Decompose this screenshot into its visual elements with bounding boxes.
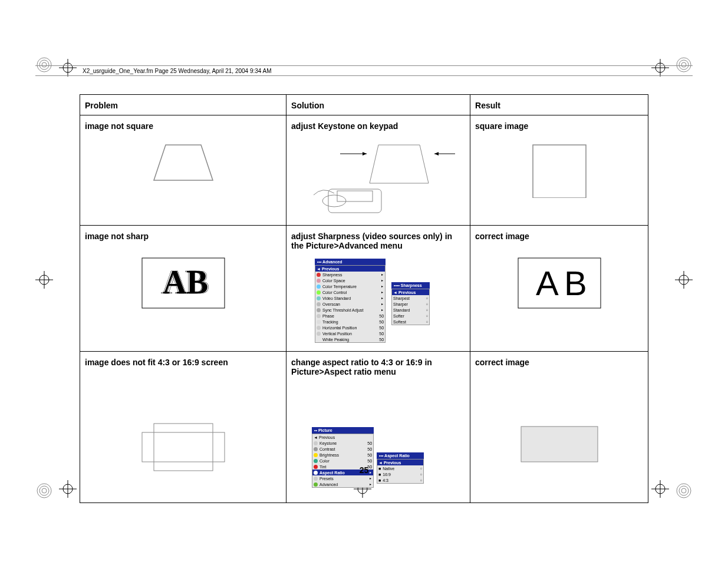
sharp-ab-icon: A B [475, 244, 643, 319]
picture-menu-illus: •• Picture ◄ Previous Keystone50Contrast… [291, 380, 465, 492]
menu-item: Tracking50 [315, 319, 385, 325]
cell-problem-0: image not square [80, 115, 286, 226]
menu-item: Keystone50 [312, 440, 373, 446]
reg-mark-br2 [651, 480, 669, 498]
menu-advanced-prev: ◄ Previous [315, 266, 385, 272]
square-icon [475, 134, 643, 203]
svg-point-19 [39, 486, 49, 495]
menu-item: Horizontal Position50 [315, 325, 385, 330]
cell-solution-1: adjust Sharpness (video sources only) in… [286, 226, 470, 352]
menu-aspect-prev: ◄ Previous [377, 459, 423, 465]
cell-problem-1: image not sharp A B A A B B [80, 226, 286, 352]
troubleshooting-table: Problem Solution Result image not square… [80, 94, 648, 503]
menu-item: Presets► [312, 475, 373, 481]
menu-aspect-title: ••• Aspect Ratio [377, 452, 424, 459]
svg-rect-53 [154, 424, 213, 471]
menu-picture-title: •• Picture [312, 427, 374, 434]
page: X2_usrguide_One_Year.fm Page 25 Wednesda… [0, 0, 728, 562]
solution-title-0: adjust Keystone on keypad [291, 121, 465, 131]
menu-item: Advanced► [312, 481, 373, 487]
reg-mark-br1 [675, 482, 693, 500]
menu-sharpness-title: •••• Sharpness [391, 282, 430, 289]
svg-rect-39 [328, 189, 381, 213]
solution-title-1: adjust Sharpness (video sources only) in… [291, 232, 465, 250]
result-title-0: square image [475, 121, 643, 131]
menu-picture-prev: ◄ Previous [312, 434, 373, 440]
th-problem: Problem [80, 95, 286, 115]
doc-header: X2_usrguide_One_Year.fm Page 25 Wednesda… [35, 65, 693, 76]
th-result: Result [470, 95, 648, 115]
menu-item: Color Temperature► [315, 283, 385, 289]
result-title-2: correct image [475, 358, 643, 367]
advanced-menu-illus: ••• Advanced ◄ Previous Sharpness►Color … [291, 254, 465, 348]
svg-rect-55 [521, 427, 598, 462]
menu-picture: •• Picture ◄ Previous Keystone50Contrast… [312, 427, 374, 488]
svg-rect-42 [533, 145, 586, 198]
reg-mark-r [675, 271, 693, 289]
correct-aspect-icon [475, 371, 643, 481]
cell-result-0: square image [470, 115, 648, 226]
menu-advanced-title: ••• Advanced [315, 259, 386, 265]
svg-point-40 [322, 195, 346, 207]
menu-item: White Peaking50 [315, 336, 385, 342]
menu-sharpness-prev: ◄ Previous [392, 289, 429, 295]
menu-item: Contrast50 [312, 446, 373, 452]
menu-item: Color Space► [315, 277, 385, 283]
menu-item: Sharper○ [392, 301, 429, 307]
trapezoid-icon [85, 134, 281, 191]
svg-marker-34 [370, 145, 429, 183]
problem-title-0: image not square [85, 121, 281, 131]
result-title-1: correct image [475, 232, 643, 241]
menu-advanced: ••• Advanced ◄ Previous Sharpness►Color … [315, 259, 386, 343]
menu-item: Softest○ [392, 319, 429, 325]
svg-text:B: B [564, 264, 587, 302]
projector-keystone-icon [291, 134, 465, 220]
menu-item: Standard○ [392, 307, 429, 313]
cell-problem-2: image does not fit 4:3 or 16:9 screen [80, 352, 286, 503]
svg-rect-50 [518, 258, 601, 308]
svg-rect-54 [142, 432, 225, 462]
menu-item: Sharpest○ [392, 295, 429, 301]
cell-solution-2: change aspect ratio to 4:3 or 16:9 in Pi… [286, 352, 470, 503]
blurry-ab-icon: A B A A B B [85, 244, 281, 319]
page-number: 25 [0, 465, 728, 475]
svg-text:B: B [188, 264, 210, 300]
reg-mark-l [35, 271, 53, 289]
problem-title-2: image does not fit 4:3 or 16:9 screen [85, 358, 281, 367]
menu-item: Sharpness► [315, 272, 385, 277]
svg-rect-41 [337, 191, 373, 201]
menu-item: Softer○ [392, 313, 429, 319]
cell-solution-0: adjust Keystone on keypad [286, 115, 470, 226]
menu-item: ■ 4:3○ [377, 477, 423, 483]
svg-point-20 [42, 488, 47, 493]
reg-mark-bl2 [59, 480, 77, 498]
cell-result-2: correct image [470, 352, 648, 503]
th-solution: Solution [286, 95, 470, 115]
menu-item: Color Control► [315, 289, 385, 295]
doc-header-text: X2_usrguide_One_Year.fm Page 25 Wednesda… [83, 68, 272, 74]
svg-point-31 [679, 486, 689, 495]
svg-point-32 [681, 488, 686, 493]
menu-item: Vertical Position50 [315, 330, 385, 336]
menu-item: Brightness50 [312, 452, 373, 458]
menu-item: Sync Threshold Adjust► [315, 307, 385, 313]
svg-marker-38 [434, 152, 439, 156]
svg-marker-36 [363, 152, 367, 156]
cell-result-1: correct image A B [470, 226, 648, 352]
menu-item: Video Standard► [315, 295, 385, 301]
solution-title-2: change aspect ratio to 4:3 or 16:9 in Pi… [291, 358, 465, 376]
problem-title-1: image not sharp [85, 232, 281, 241]
menu-item: Overscan► [315, 301, 385, 307]
svg-text:A: A [536, 264, 559, 302]
reg-mark-bl1 [35, 482, 53, 500]
svg-marker-33 [154, 145, 213, 180]
menu-sharpness: •••• Sharpness ◄ Previous Sharpest○Sharp… [391, 282, 430, 325]
menu-item: Phase50 [315, 313, 385, 319]
menu-item: Color50 [312, 458, 373, 464]
